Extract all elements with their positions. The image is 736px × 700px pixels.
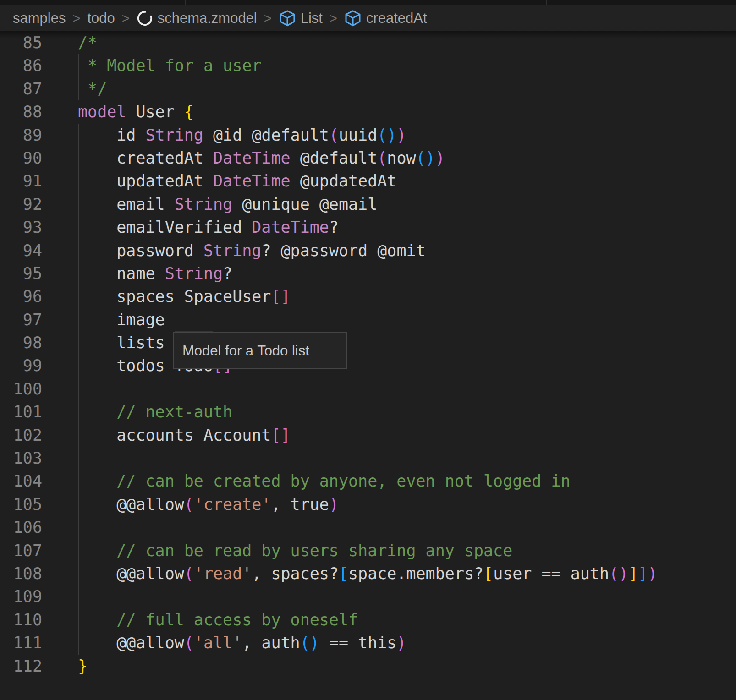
line-number[interactable]: 85 [0, 31, 42, 54]
breadcrumb-item-schema-zmodel[interactable]: schema.zmodel [137, 10, 257, 27]
code-token: [ [483, 564, 493, 583]
line-number[interactable]: 106 [0, 516, 42, 539]
code-line[interactable]: 94 password String? @password @omit [0, 239, 736, 262]
code-line[interactable]: 111 @@allow('all', auth() == this) [0, 631, 736, 654]
line-number[interactable]: 107 [0, 539, 42, 562]
breadcrumb-item-createdat[interactable]: createdAt [344, 10, 427, 27]
symbol-cube-icon [344, 10, 362, 27]
code-text: model User { [78, 100, 194, 123]
code-line[interactable]: 102 accounts Account[] [0, 424, 736, 447]
symbol-cube-icon [279, 10, 296, 27]
code-line[interactable]: 109 [0, 585, 736, 608]
code-token: String [146, 126, 203, 144]
breadcrumb-separator-icon: > [330, 11, 337, 26]
line-number[interactable]: 88 [0, 100, 42, 123]
code-token: () [377, 126, 396, 144]
line-number[interactable]: 87 [0, 77, 42, 100]
code-line[interactable]: 112} [0, 655, 736, 678]
code-line[interactable]: 106 [0, 516, 736, 539]
line-number[interactable]: 92 [0, 193, 42, 216]
code-line[interactable]: 108 @@allow('read', spaces?[space.member… [0, 562, 736, 585]
code-line[interactable]: 85/* [0, 31, 736, 54]
line-number[interactable]: 99 [0, 354, 42, 377]
hover-tooltip: Model for a Todo list [173, 332, 347, 369]
tab-separator [185, 0, 186, 5]
code-line[interactable]: 93 emailVerified DateTime? [0, 216, 736, 239]
line-number[interactable]: 102 [0, 424, 42, 447]
code-token: [ [339, 564, 348, 583]
code-token: () [300, 634, 319, 652]
line-number[interactable]: 105 [0, 493, 42, 516]
code-text: createdAt DateTime @default(now()) [78, 147, 445, 170]
line-number[interactable]: 110 [0, 608, 42, 631]
code-line[interactable]: 90 createdAt DateTime @default(now()) [0, 147, 736, 170]
breadcrumb-item-list[interactable]: List [279, 10, 323, 27]
code-text: spaces SpaceUser[] [78, 285, 291, 308]
line-number[interactable]: 91 [0, 170, 42, 192]
code-line[interactable]: 101 // next-auth [0, 400, 736, 423]
code-line[interactable]: 107 // can be read by users sharing any … [0, 539, 736, 562]
code-token: ? [329, 218, 339, 236]
code-token: * Model for a user [78, 56, 261, 75]
code-token: // can be created by anyone, even not lo… [78, 472, 571, 490]
code-text: name String? [78, 262, 232, 285]
code-line[interactable]: 92 email String @unique @email [0, 193, 736, 216]
code-line[interactable]: 96 spaces SpaceUser[] [0, 285, 736, 308]
code-token: , spaces? [252, 564, 339, 583]
code-line[interactable]: 86 * Model for a user [0, 54, 736, 77]
code-line[interactable]: 95 name String? [0, 262, 736, 285]
code-line[interactable]: 97 image [0, 308, 736, 331]
line-number[interactable]: 90 [0, 147, 42, 170]
line-number[interactable]: 112 [0, 655, 42, 678]
code-token: emailVerified [78, 218, 252, 236]
breadcrumb-item-todo[interactable]: todo [87, 10, 115, 27]
code-line[interactable]: 103 [0, 447, 736, 470]
code-text: @@allow('all', auth() == this) [78, 631, 406, 654]
code-token: ) [648, 564, 657, 583]
line-number[interactable]: 108 [0, 562, 42, 585]
code-token: /* [78, 33, 97, 52]
line-number[interactable]: 104 [0, 470, 42, 492]
line-number[interactable]: 98 [0, 331, 42, 354]
line-number[interactable]: 89 [0, 124, 42, 147]
code-token: String [175, 195, 232, 213]
code-line[interactable]: 110 // full access by oneself [0, 608, 736, 631]
line-number[interactable]: 101 [0, 400, 42, 423]
code-text: updatedAt DateTime @updatedAt [78, 170, 396, 192]
line-number[interactable]: 96 [0, 285, 42, 308]
line-number[interactable]: 103 [0, 447, 42, 470]
code-line[interactable]: 104 // can be created by anyone, even no… [0, 470, 736, 492]
line-number[interactable]: 93 [0, 216, 42, 239]
code-token: ( [184, 564, 194, 583]
code-token: uuid [339, 126, 377, 144]
code-text: emailVerified DateTime? [78, 216, 339, 239]
code-token: // full access by oneself [78, 611, 358, 629]
code-token: id [78, 126, 146, 144]
tab-separator [373, 0, 373, 5]
line-number[interactable]: 95 [0, 262, 42, 285]
code-editor[interactable]: 85/*86 * Model for a user87 */88model Us… [0, 31, 736, 700]
code-line[interactable]: 105 @@allow('create', true) [0, 493, 736, 516]
line-number[interactable]: 100 [0, 377, 42, 400]
code-line[interactable]: 87 */ [0, 77, 736, 100]
breadcrumb-item-samples[interactable]: samples [13, 10, 66, 27]
code-line[interactable]: 91 updatedAt DateTime @updatedAt [0, 170, 736, 192]
line-number[interactable]: 109 [0, 585, 42, 608]
code-line[interactable]: 88model User { [0, 100, 736, 123]
code-token: updatedAt [78, 172, 213, 190]
code-token: @@allow [78, 564, 184, 583]
line-number[interactable]: 111 [0, 631, 42, 654]
code-token: User [126, 103, 184, 121]
code-token: accounts Account [78, 426, 271, 444]
code-token: email [78, 195, 175, 213]
code-line[interactable]: 100 [0, 377, 736, 400]
line-number[interactable]: 86 [0, 54, 42, 77]
code-line[interactable]: 98 lists List[] [0, 331, 736, 354]
code-text: accounts Account[] [78, 424, 291, 447]
line-number[interactable]: 97 [0, 308, 42, 331]
code-line[interactable]: 99 todos Todo[] [0, 354, 736, 377]
code-line[interactable]: 89 id String @id @default(uuid()) [0, 124, 736, 147]
line-number[interactable]: 94 [0, 239, 42, 262]
code-token: ) [396, 126, 406, 144]
code-lines: 85/*86 * Model for a user87 */88model Us… [0, 31, 736, 678]
